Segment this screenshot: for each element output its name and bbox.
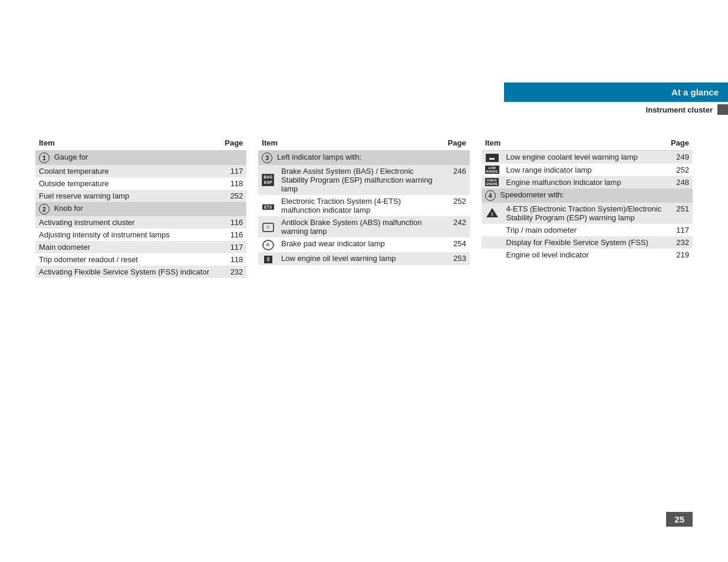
at-a-glance-bar: At a glance bbox=[504, 82, 728, 102]
num-circle-3: 3 bbox=[262, 153, 272, 163]
row-page: 219 bbox=[667, 249, 693, 261]
row-text: Display for Flexible Service System (FSS… bbox=[503, 236, 667, 249]
section-4-label: 4 Speedometer with: bbox=[482, 189, 693, 203]
table-row: Main odometer 117 bbox=[35, 241, 246, 253]
instrument-cluster-label: Instrument cluster bbox=[646, 105, 717, 114]
at-a-glance-title: At a glance bbox=[671, 87, 719, 97]
icon-cell bbox=[482, 236, 503, 249]
check-engine-icon: CHECKENGINE bbox=[485, 178, 499, 186]
num-circle-1: 1 bbox=[39, 153, 50, 163]
row-page: 248 bbox=[667, 176, 693, 189]
row-page: 249 bbox=[667, 151, 693, 164]
table-row: Activating Flexible Service System (FSS)… bbox=[35, 266, 246, 278]
ets-icon: ETS bbox=[262, 204, 274, 210]
low-range-icon: LOWRANGE bbox=[485, 166, 499, 174]
row-text: Activating instru­ment cluster bbox=[35, 216, 220, 229]
table-row: 🛢 Low engine oil level warning lamp 253 bbox=[258, 252, 469, 265]
row-text: Electronic Traction System (4-ETS) malfu… bbox=[278, 195, 444, 216]
row-text: Fuel reserve warning lamp bbox=[35, 190, 220, 202]
brake-icon: ✿ bbox=[262, 240, 274, 250]
table-3: Item Page ▬ Low engine coolant level war… bbox=[482, 135, 693, 261]
row-page: 118 bbox=[220, 253, 246, 266]
section-3-label: 3 Left indicator lamps with: bbox=[258, 151, 469, 166]
row-text: Engine malfunction indicator lamp bbox=[503, 176, 667, 189]
row-text: Activating Flexible Service System (FSS)… bbox=[35, 266, 220, 278]
col-item-2: Item bbox=[258, 135, 444, 151]
row-page: 118 bbox=[220, 177, 246, 190]
row-page: 117 bbox=[220, 165, 246, 177]
table-row: ETS Electronic Traction System (4-ETS) m… bbox=[258, 195, 469, 216]
table-row: Coolant tempera­ture 117 bbox=[35, 165, 246, 177]
icon-cell: ! bbox=[482, 203, 503, 224]
page-number: 25 bbox=[666, 512, 693, 527]
row-page: 252 bbox=[667, 164, 693, 176]
table-row: Activating instru­ment cluster 116 bbox=[35, 216, 246, 229]
header-area: At a glance Instrument cluster bbox=[504, 82, 728, 117]
table-row: ✿ Brake pad wear in­dicator lamp 254 bbox=[258, 237, 469, 252]
coolant-icon: ▬ bbox=[486, 154, 499, 162]
col-item-1: Item bbox=[35, 135, 220, 151]
section-header-2: 2 Knob for bbox=[35, 202, 246, 216]
table-row: Adjusting intensity of instrument lamps … bbox=[35, 229, 246, 241]
icon-cell: ✿ bbox=[258, 237, 278, 252]
table-row: Trip / main odometer 117 bbox=[482, 224, 693, 236]
col-page-1: Page bbox=[220, 135, 246, 151]
row-page: 232 bbox=[667, 236, 693, 249]
section-header-3: 3 Left indicator lamps with: bbox=[258, 151, 469, 166]
row-page: 242 bbox=[444, 216, 470, 237]
section-header-4: 4 Speedometer with: bbox=[482, 189, 693, 203]
table-row: BASESP Brake Assist System (BAS) / Elect… bbox=[258, 165, 469, 195]
row-text: Trip / main odometer bbox=[503, 224, 667, 236]
row-page: 116 bbox=[220, 216, 246, 229]
table-row: LOWRANGE Low range indicator lamp 252 bbox=[482, 164, 693, 176]
table-2: Item Page 3 Left indicator lamps with: B… bbox=[258, 135, 469, 265]
icon-cell: CHECKENGINE bbox=[482, 176, 503, 189]
col-page-3: Page bbox=[667, 135, 693, 151]
num-circle-2: 2 bbox=[39, 204, 50, 214]
row-text: Coolant tempera­ture bbox=[35, 165, 220, 177]
table-row: Fuel reserve warning lamp 252 bbox=[35, 190, 246, 202]
row-page: 117 bbox=[220, 241, 246, 253]
table-row: Trip odometer readout / reset 118 bbox=[35, 253, 246, 266]
row-text: Main odometer bbox=[35, 241, 220, 253]
table-row: ! 4-ETS (Electronic Traction System)/Ele… bbox=[482, 203, 693, 224]
instrument-cluster-bar: Instrument cluster bbox=[504, 102, 728, 117]
row-page: 116 bbox=[220, 229, 246, 241]
row-text: Low engine coolant level warning lamp bbox=[503, 151, 667, 164]
row-page: 254 bbox=[444, 237, 470, 252]
row-page: 251 bbox=[667, 203, 693, 224]
row-page: 252 bbox=[444, 195, 470, 216]
row-page: 232 bbox=[220, 266, 246, 278]
icon-cell: ETS bbox=[258, 195, 278, 216]
row-text: Brake pad wear in­dicator lamp bbox=[278, 237, 444, 252]
icon-cell: 🛢 bbox=[258, 252, 278, 265]
row-page: 117 bbox=[667, 224, 693, 236]
table-section-3: Item Page ▬ Low engine coolant level war… bbox=[482, 135, 693, 278]
table-section-2: Item Page 3 Left indicator lamps with: B… bbox=[258, 135, 469, 278]
icon-cell: BASESP bbox=[258, 165, 278, 195]
row-text: Trip odometer readout / reset bbox=[35, 253, 220, 266]
table-1: Item Page 1 Gauge for Coolant tempera­tu… bbox=[35, 135, 246, 278]
section-1-label: 1 Gauge for bbox=[35, 151, 246, 166]
triangle-warning-icon: ! bbox=[486, 207, 499, 220]
icon-cell: ▬ bbox=[482, 151, 503, 164]
section-header-1: 1 Gauge for bbox=[35, 151, 246, 166]
icon-cell: ⊙ bbox=[258, 216, 278, 237]
row-text: Antilock Brake Sys­tem (ABS) malfunc­tio… bbox=[278, 216, 444, 237]
num-circle-4: 4 bbox=[485, 190, 496, 201]
row-text: Engine oil level indi­cator bbox=[503, 249, 667, 261]
svg-text:!: ! bbox=[491, 211, 493, 217]
row-page: 253 bbox=[444, 252, 470, 265]
row-page: 252 bbox=[220, 190, 246, 202]
row-text: Adjusting intensity of instrument lamps bbox=[35, 229, 220, 241]
bas-esp-icon: BASESP bbox=[262, 174, 274, 186]
abs-icon: ⊙ bbox=[262, 223, 274, 232]
row-text: Brake Assist System (BAS) / Electronic S… bbox=[278, 165, 444, 195]
row-text: Outside tempera­ture bbox=[35, 177, 220, 190]
row-text: Low range indicator lamp bbox=[503, 164, 667, 176]
col-item-3: Item bbox=[482, 135, 667, 151]
table-row: ⊙ Antilock Brake Sys­tem (ABS) malfunc­t… bbox=[258, 216, 469, 237]
section-2-label: 2 Knob for bbox=[35, 202, 246, 216]
col-page-2: Page bbox=[444, 135, 470, 151]
table-row: CHECKENGINE Engine malfunction indicator… bbox=[482, 176, 693, 189]
